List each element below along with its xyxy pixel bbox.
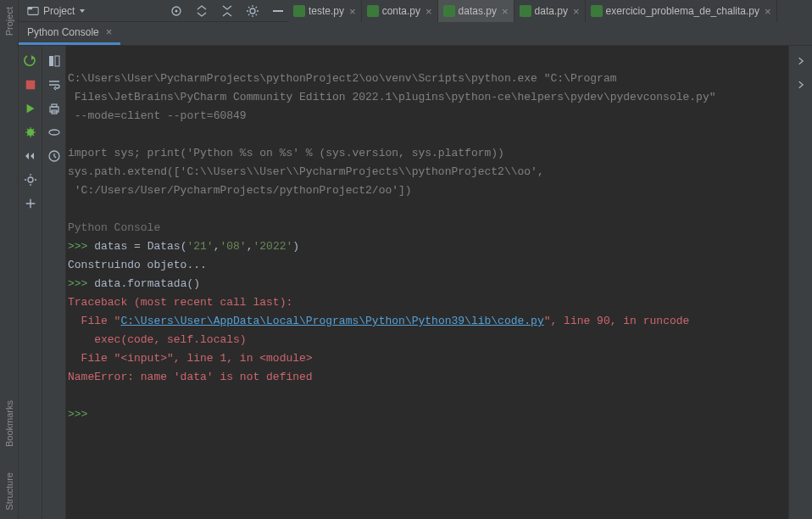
close-icon[interactable]: × — [106, 25, 113, 38]
gutter-bookmarks-label[interactable]: Bookmarks — [4, 400, 14, 447]
gutter-structure-label[interactable]: Structure — [4, 472, 14, 511]
close-icon[interactable]: × — [502, 5, 509, 18]
console-actions-col1 — [19, 46, 42, 519]
traceback-file-link[interactable]: C:\Users\User\AppData\Local\Programs\Pyt… — [120, 315, 543, 327]
console-header: Python Console — [68, 221, 160, 234]
console-input-line: >>> datas = Datas('21','08','2022') — [68, 240, 299, 253]
svg-rect-15 — [55, 56, 59, 66]
chevron-right-icon[interactable] — [794, 78, 808, 92]
right-gutter — [788, 46, 812, 519]
target-icon[interactable] — [170, 4, 183, 18]
minimize-icon[interactable] — [271, 4, 285, 18]
svg-rect-14 — [49, 56, 53, 66]
project-dropdown[interactable]: Project — [19, 0, 94, 22]
settings-gear-icon[interactable] — [246, 4, 259, 18]
svg-rect-8 — [443, 5, 455, 17]
show-vars-icon[interactable] — [47, 54, 61, 68]
console-tab-label: Python Console — [27, 26, 99, 38]
expand-icon[interactable] — [195, 4, 209, 18]
console-settings-icon[interactable] — [24, 173, 37, 187]
tab-label: data.py — [535, 5, 568, 17]
traceback-line: NameError: name 'data' is not defined — [68, 371, 313, 383]
print-icon[interactable] — [47, 102, 61, 115]
left-tool-gutter: Project Bookmarks Structure — [0, 0, 19, 519]
svg-rect-1 — [28, 7, 32, 9]
close-icon[interactable]: × — [425, 5, 432, 18]
svg-rect-9 — [520, 5, 531, 17]
traceback-line: Traceback (most recent call last): — [68, 296, 292, 309]
traceback-line: File "C:\Users\User\AppData\Local\Progra… — [68, 315, 689, 327]
run-icon[interactable] — [24, 102, 37, 115]
python-console-tab[interactable]: Python Console × — [19, 21, 120, 45]
svg-rect-10 — [591, 5, 603, 17]
svg-point-4 — [250, 8, 255, 14]
traceback-line: exec(code, self.locals) — [68, 333, 247, 346]
new-console-icon[interactable] — [24, 197, 37, 210]
tool-window-tabs: Python Console × — [19, 22, 812, 46]
svg-point-3 — [175, 10, 178, 13]
history-icon[interactable] — [47, 149, 61, 163]
close-icon[interactable]: × — [573, 5, 580, 18]
console-line: C:\Users\User\PycharmProjects\pythonProj… — [68, 72, 617, 85]
traceback-line: File "<input>", line 1, in <module> — [68, 352, 313, 365]
chevron-down-icon — [79, 8, 86, 14]
stop-icon[interactable] — [24, 78, 37, 92]
console-line: sys.path.extend(['C:\\Users\\User\\Pycha… — [68, 165, 544, 178]
close-icon[interactable]: × — [349, 5, 356, 18]
console-line: Files\JetBrains\PyCharm Community Editio… — [68, 91, 716, 103]
debug-icon[interactable] — [24, 126, 37, 139]
show-queue-icon[interactable] — [47, 126, 61, 139]
soft-wrap-icon[interactable] — [47, 78, 61, 92]
python-file-icon — [591, 5, 603, 17]
project-label: Project — [43, 5, 75, 17]
attach-debugger-icon[interactable] — [24, 149, 37, 163]
console-line: --mode=client --port=60849 — [68, 109, 247, 122]
python-file-icon — [293, 5, 305, 17]
tab-label: exercicio_problema_de_chalita.py — [606, 5, 759, 17]
tab-teste[interactable]: teste.py × — [288, 0, 362, 22]
svg-point-19 — [49, 130, 59, 135]
python-file-icon — [443, 5, 455, 17]
console-line: import sys; print('Python %s on %s' % (s… — [68, 147, 504, 159]
toolbar-icon-group — [170, 0, 285, 22]
tab-exercicio[interactable]: exercicio_problema_de_chalita.py × — [586, 0, 777, 22]
close-icon[interactable]: × — [765, 5, 771, 18]
console-line: 'C:/Users/User/PycharmProjects/pythonPro… — [68, 184, 412, 197]
svg-point-12 — [27, 129, 34, 136]
python-file-icon — [520, 5, 531, 17]
console-output[interactable]: C:\Users\User\PycharmProjects\pythonProj… — [66, 46, 788, 519]
tab-data[interactable]: data.py × — [514, 0, 586, 22]
tab-label: teste.py — [309, 5, 344, 17]
tab-label: conta.py — [382, 5, 420, 17]
console-prompt[interactable]: >>> — [68, 408, 94, 421]
gutter-project-label[interactable]: Project — [4, 7, 14, 36]
chevron-right-icon[interactable] — [794, 54, 808, 68]
rerun-icon[interactable] — [24, 54, 37, 68]
project-icon — [27, 5, 39, 17]
tab-label: datas.py — [459, 5, 497, 17]
svg-rect-5 — [273, 10, 283, 12]
svg-point-13 — [28, 177, 33, 182]
tab-datas[interactable]: datas.py × — [438, 0, 514, 22]
svg-rect-11 — [25, 81, 35, 90]
console-line: Construindo objeto... — [68, 259, 207, 271]
svg-rect-7 — [367, 5, 379, 17]
console-actions-col2 — [42, 46, 66, 519]
collapse-icon[interactable] — [220, 4, 234, 18]
python-file-icon — [367, 5, 379, 17]
svg-rect-17 — [52, 104, 57, 107]
svg-rect-6 — [293, 5, 305, 17]
console-input-line: >>> data.formatada() — [68, 277, 200, 290]
tab-conta[interactable]: conta.py × — [362, 0, 438, 22]
editor-tabs: teste.py × conta.py × datas.py × data.py… — [288, 0, 812, 22]
